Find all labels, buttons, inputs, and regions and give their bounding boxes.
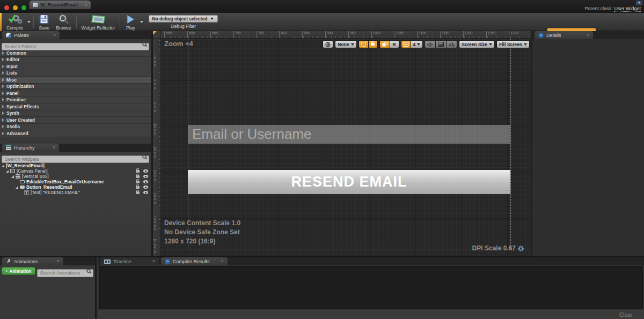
preview-editabletextbox-emailorusername[interactable]: Email or Username bbox=[188, 125, 510, 144]
palette-category-row[interactable]: Xsolla bbox=[0, 124, 151, 131]
debug-object-dropdown[interactable]: No debug object selected bbox=[149, 15, 218, 23]
close-compiler-results-icon[interactable] bbox=[221, 259, 223, 264]
widget-reflector-button[interactable]: Widget Reflector bbox=[78, 13, 119, 31]
tree-row-canvas-panel[interactable]: [Canvas Panel] bbox=[0, 168, 151, 174]
visibility-eye-icon[interactable] bbox=[143, 169, 148, 173]
close-palette-icon[interactable] bbox=[53, 33, 56, 38]
close-tab-icon[interactable] bbox=[85, 3, 87, 8]
dpi-settings-gear-icon[interactable] bbox=[518, 246, 524, 251]
compile-button[interactable]: Compile bbox=[3, 13, 26, 31]
visibility-eye-icon[interactable] bbox=[143, 175, 148, 178]
visibility-eye-icon[interactable] bbox=[143, 180, 148, 183]
close-details-icon[interactable] bbox=[587, 33, 589, 38]
tree-row-root[interactable]: [W_ResendEmail] bbox=[0, 163, 151, 168]
palette-category-row[interactable]: User Created bbox=[0, 117, 151, 124]
timeline-tab[interactable]: Timeline bbox=[100, 257, 159, 265]
close-animations-icon[interactable] bbox=[57, 259, 60, 264]
preview-button-resendemail[interactable]: RESEND EMAIL bbox=[188, 170, 510, 194]
expand-arrow-icon[interactable] bbox=[2, 105, 4, 108]
visibility-eye-icon[interactable] bbox=[143, 191, 148, 194]
lock-icon[interactable] bbox=[136, 170, 140, 173]
expand-arrow-icon[interactable] bbox=[2, 58, 4, 61]
expand-arrow-icon[interactable] bbox=[2, 51, 4, 55]
palette-category-row[interactable]: Panel bbox=[0, 90, 151, 97]
palette-category-row[interactable]: Optimization bbox=[0, 84, 151, 91]
compiler-results-tab[interactable]: > Compiler Results bbox=[161, 257, 228, 265]
hierarchy-search-input[interactable] bbox=[2, 155, 149, 163]
expand-arrow-icon[interactable] bbox=[6, 170, 9, 173]
preview-background-button[interactable] bbox=[436, 40, 447, 48]
close-hierarchy-icon[interactable] bbox=[53, 145, 55, 150]
expand-arrow-icon[interactable] bbox=[11, 175, 14, 178]
expand-arrow-icon[interactable] bbox=[2, 165, 4, 167]
tree-row-editabletextbox[interactable]: EditableTextBox_EmailOrUsername bbox=[0, 179, 151, 184]
expand-arrow-icon[interactable] bbox=[2, 85, 4, 88]
localization-preview-button[interactable] bbox=[323, 40, 333, 48]
add-animation-button[interactable]: + Animation bbox=[2, 267, 35, 275]
palette-category-row[interactable]: Misc bbox=[0, 77, 151, 84]
safe-zone-button[interactable] bbox=[425, 40, 436, 48]
grid-snap-size-dropdown[interactable]: 4 bbox=[411, 40, 423, 48]
hierarchy-tab[interactable]: Hierarchy bbox=[2, 144, 59, 152]
details-tab[interactable]: i Details bbox=[535, 31, 593, 39]
grid-snap-toggle[interactable] bbox=[401, 40, 411, 48]
compile-options-caret-icon[interactable] bbox=[27, 21, 31, 23]
lock-widgets-toggle[interactable] bbox=[369, 40, 378, 48]
minimize-window-icon[interactable] bbox=[13, 5, 18, 10]
browse-button[interactable]: Browse bbox=[53, 13, 74, 31]
expand-arrow-icon[interactable] bbox=[2, 132, 4, 135]
show-outlines-toggle[interactable] bbox=[358, 40, 369, 48]
canvas-panel-icon bbox=[10, 169, 15, 173]
expand-arrow-icon[interactable] bbox=[16, 186, 18, 189]
close-window-icon[interactable] bbox=[4, 5, 9, 10]
expand-arrow-icon[interactable] bbox=[2, 112, 4, 115]
lock-icon[interactable] bbox=[136, 175, 140, 178]
play-button[interactable]: Play bbox=[122, 13, 139, 31]
respect-locks-toggle[interactable] bbox=[379, 40, 390, 48]
asset-tab-w-resendemail[interactable]: W_ResendEmail bbox=[29, 0, 91, 9]
zoom-window-icon[interactable] bbox=[21, 5, 26, 10]
compiler-results-log[interactable] bbox=[99, 266, 643, 309]
palette-tab[interactable]: Palette bbox=[2, 31, 60, 39]
expand-arrow-icon[interactable] bbox=[2, 98, 4, 101]
flip-preview-button[interactable] bbox=[447, 40, 457, 48]
tree-row-text-resendemail[interactable]: T [Text] "RESEND EMAIL" bbox=[0, 190, 151, 195]
clear-button[interactable]: Clear bbox=[619, 312, 632, 318]
palette-category-row[interactable]: Advanced bbox=[0, 130, 151, 137]
transform-mode-dropdown[interactable]: None bbox=[335, 40, 356, 48]
expand-arrow-icon[interactable] bbox=[2, 65, 4, 68]
selection-guide-left bbox=[188, 39, 188, 249]
palette-category-row[interactable]: Lists bbox=[0, 70, 151, 77]
animations-search-input[interactable] bbox=[37, 269, 93, 277]
palette-category-row[interactable]: Primitive bbox=[0, 97, 151, 104]
expand-arrow-icon[interactable] bbox=[2, 71, 4, 75]
palette-category-row[interactable]: Input bbox=[0, 63, 151, 70]
visibility-eye-icon[interactable] bbox=[143, 186, 148, 189]
expand-arrow-icon[interactable] bbox=[2, 118, 4, 122]
palette-category-row[interactable]: Special Effects bbox=[0, 103, 151, 110]
palette-category-row[interactable]: Synth bbox=[0, 110, 151, 117]
close-timeline-icon[interactable] bbox=[152, 259, 155, 264]
window-menu-icon[interactable]: ▾ bbox=[636, 1, 642, 5]
play-options-caret-icon[interactable] bbox=[140, 21, 143, 23]
palette-category-row[interactable]: Editor bbox=[0, 57, 151, 64]
palette-search-input[interactable] bbox=[2, 43, 149, 50]
traffic-lights[interactable] bbox=[4, 3, 30, 12]
respect-locks-r-button[interactable]: R bbox=[390, 40, 399, 48]
tree-row-vertical-box[interactable]: [Vertical Box] bbox=[0, 174, 151, 179]
fill-screen-dropdown[interactable]: Fill Screen bbox=[496, 40, 530, 48]
parent-class-link[interactable]: User Widget bbox=[614, 6, 641, 12]
expand-arrow-icon[interactable] bbox=[2, 78, 4, 81]
screen-size-dropdown[interactable]: Screen Size bbox=[459, 40, 495, 48]
lock-icon[interactable] bbox=[136, 191, 140, 194]
expand-arrow-icon[interactable] bbox=[2, 92, 4, 95]
expand-arrow-icon[interactable] bbox=[2, 125, 4, 128]
design-viewport[interactable]: Zoom +4 Email or Username RESEND EMAIL D… bbox=[161, 39, 531, 256]
animations-tab[interactable]: Animations bbox=[2, 257, 63, 265]
dropdown-caret-icon bbox=[417, 43, 420, 46]
palette-category-row[interactable]: Common bbox=[0, 50, 151, 57]
lock-icon[interactable] bbox=[136, 186, 140, 189]
save-button[interactable]: Save bbox=[35, 13, 53, 31]
lock-icon[interactable] bbox=[136, 181, 140, 183]
tree-row-button-resendemail[interactable]: Button_ResendEmail bbox=[0, 184, 151, 190]
